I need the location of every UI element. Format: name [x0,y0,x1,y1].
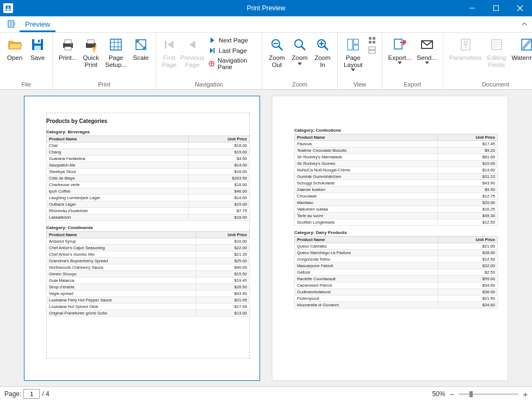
preview-workspace[interactable]: Products by CategoriesCategory: Beverage… [0,90,532,386]
cell-price: $18.00 [188,182,249,188]
cell-name: Raclette Courdavault [295,276,438,282]
continuous-button[interactable] [368,46,376,54]
table-row: Guaraná Fantástica$4.50 [47,156,250,162]
cell-name: Rhönbräu Klosterbier [47,208,189,214]
zoom-button[interactable]: Zoom [288,35,311,66]
save-button[interactable]: Save [26,35,49,63]
svg-rect-16 [65,40,71,44]
cell-name: Côte de Blaye [47,175,189,182]
table-row: Schoggi Schokolade$43.90 [295,180,498,187]
table-row: Queso Manchego La Pastora$38.00 [295,250,498,256]
table-row: Lakkalikööri$18.00 [47,214,250,221]
maximize-button[interactable] [484,0,508,16]
minimize-button[interactable] [460,0,484,16]
group-zoom-label: Zoom [262,81,337,89]
svg-marker-35 [210,62,213,65]
page-layout-icon [344,36,362,53]
watermark-icon [518,36,532,53]
watermark-button[interactable]: Watermark [509,35,532,63]
last-page-button[interactable]: Last Page [207,46,256,55]
svg-marker-31 [211,38,214,43]
file-menu-button[interactable] [3,16,20,32]
zoom-out-label: Zoom Out [269,54,284,68]
page-layout-button[interactable]: Page Layout [341,35,366,72]
cell-price: $34.00 [438,282,498,289]
cell-name: Lakkalikööri [47,214,189,221]
cell-price: $7.75 [188,208,249,214]
zoom-slider[interactable] [459,393,518,395]
export-button[interactable]: Export... [386,35,415,65]
cell-name: Vegie-spread [47,291,196,297]
cell-name: Sasquatch Ale [47,162,189,169]
tab-preview[interactable]: Preview [20,17,55,32]
table-row: Flotemysost$21.50 [295,295,498,302]
cell-price: $18.00 [188,169,249,175]
table-row: Mozzarella di Giovanni$34.80 [295,302,498,309]
cell-price: $21.05 [196,297,249,304]
last-page-icon [208,47,216,54]
thumbnails-button[interactable] [368,36,376,45]
svg-marker-58 [398,61,402,64]
svg-rect-51 [373,37,375,40]
svg-rect-56 [394,39,402,49]
cell-price: $36.00 [438,289,498,295]
svg-line-69 [523,40,530,49]
send-button[interactable]: Send... [414,35,439,65]
print-label: Print... [59,54,77,61]
zoom-in-label: Zoom In [314,54,330,68]
svg-rect-50 [369,37,372,40]
zoom-control: 50% − + [432,390,528,399]
cell-name: Ipoh Coffee [47,188,189,195]
zoom-out-button[interactable]: Zoom Out [265,35,288,69]
svg-marker-41 [298,63,302,65]
close-button[interactable] [508,0,532,16]
table-row: Geitost$2.50 [295,269,498,276]
page-total: / 4 [42,390,49,398]
zoom-in-button[interactable]: Zoom In [311,35,334,69]
zoom-minus-button[interactable]: − [449,390,454,399]
category-header: Category: Dairy Products [294,230,498,235]
zoom-plus-button[interactable]: + [523,390,528,399]
cell-name: Flotemysost [295,295,438,302]
group-zoom: Zoom Out Zoom Zoom In Zoom [262,33,338,89]
next-page-icon [208,36,216,44]
nav-pane-button[interactable]: Navigation Pane [207,57,256,71]
svg-rect-13 [34,46,41,50]
nav-pane-icon [208,60,215,67]
svg-point-1 [8,7,9,8]
cell-price: $46.00 [188,188,249,195]
page-number-input[interactable] [23,389,40,399]
collapse-ribbon-button[interactable] [521,21,528,29]
cell-name: Chartreuse verte [47,182,189,188]
page-control: Page: / 4 [4,389,50,399]
cell-price: $55.00 [438,276,498,282]
col-product-name: Product Name [47,232,196,238]
table-row: Pavlova$17.45 [295,141,498,147]
svg-rect-53 [373,41,375,44]
zoom-in-icon [314,36,331,53]
zoom-icon [291,36,308,53]
cell-price: $15.50 [196,271,249,277]
open-label: Open [7,54,22,61]
group-file: Open Save File [0,33,53,89]
cell-name: Grandma's Boysenberry Spread [47,258,196,264]
table-row: Tarte au sucre$49.30 [295,213,498,219]
zoom-slider-thumb[interactable] [469,391,473,397]
table-row: Camembert Pierrot$34.00 [295,282,498,289]
send-icon [418,36,436,53]
scale-button[interactable]: Scale [129,35,152,63]
cell-name: Pavlova [295,141,438,147]
editing-fields-icon [488,36,505,53]
next-page-button[interactable]: Next Page [207,36,256,45]
open-button[interactable]: Open [3,35,26,63]
table-row: Gudbrandsdalsost$36.00 [295,289,498,295]
print-button[interactable]: Print... [56,35,79,63]
preview-page-1[interactable]: Products by CategoriesCategory: Beverage… [24,96,259,380]
cell-price: $18.00 [188,214,249,221]
quick-print-button[interactable]: Quick Print [79,35,102,69]
cell-name: Chef Anton's Gumbo Mix [47,251,196,258]
preview-page-2[interactable]: Category: ConfectionsProduct NameUnit Pr… [273,96,508,380]
page-setup-button[interactable]: Page Setup... [102,35,129,69]
col-unit-price: Unit Price [438,237,498,243]
parameters-icon [457,36,474,53]
